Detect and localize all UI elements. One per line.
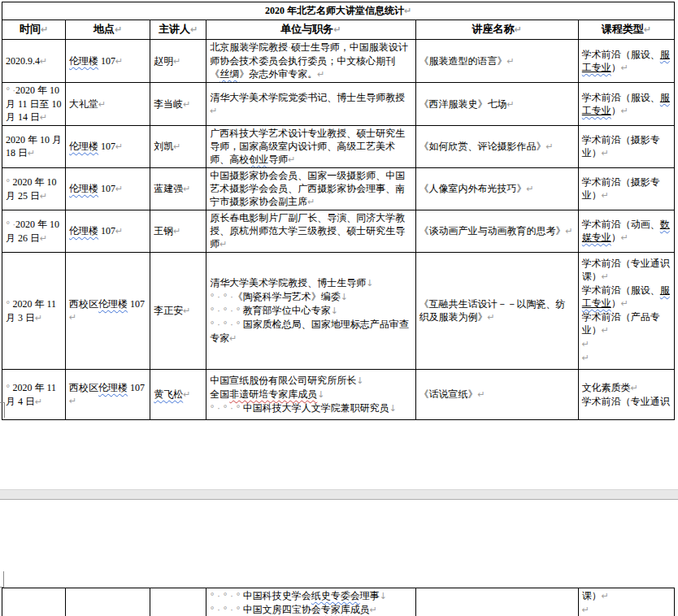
table-cell[interactable]: 清华大学美术学院党委书记、博士生导师教授↵ bbox=[206, 83, 415, 126]
table-cell[interactable]: 中国摄影家协会会员、国家一级摄影师、中国艺术摄影学会会员、广西摄影家协会理事、南… bbox=[206, 168, 415, 210]
table-cell[interactable]: ° 2020 年 11 月 3 日↵ bbox=[2, 253, 66, 370]
cell-text: 学术前沿（专业通识课） bbox=[582, 258, 670, 282]
table-cell[interactable] bbox=[415, 588, 578, 616]
table-cell[interactable]: 李正安↵ bbox=[150, 253, 206, 370]
table-cell[interactable]: 2020.9.4↵ bbox=[2, 40, 66, 83]
table-cell[interactable]: 北京服装学院教授·硕士生导师，中国服装设计师协会技术委员会执行委员；中文核心期刊… bbox=[206, 40, 415, 83]
format-mark: ↵ bbox=[527, 184, 534, 194]
format-mark: ↵ bbox=[566, 226, 573, 236]
table-cell[interactable]: 伦理楼 107↵ bbox=[66, 126, 150, 168]
cell-text: 2020.9.4 bbox=[6, 55, 40, 67]
document-title: 2020 年北艺名师大讲堂信息统计 bbox=[265, 5, 404, 16]
table-cell[interactable] bbox=[150, 588, 206, 616]
format-mark: ↵ bbox=[582, 605, 589, 615]
table-cell[interactable]: 《西洋服装史》七场↵ bbox=[415, 83, 578, 126]
cell-text: 讲座名称 bbox=[472, 23, 515, 35]
table-cell[interactable]: 大礼堂↵ bbox=[66, 83, 150, 126]
cell-text: 清华大学美术学院党委书记、博士生导师教授 bbox=[210, 92, 405, 103]
cell-text: 《话说宣纸》 bbox=[419, 388, 478, 400]
table-cell[interactable]: 伦理楼 107↵ bbox=[66, 210, 150, 253]
spellcheck-blue-text: 伦理楼 bbox=[69, 141, 98, 152]
table-cell[interactable]: 伦理楼 107↵ bbox=[66, 40, 150, 83]
format-mark: ° bbox=[6, 85, 11, 96]
table-cell[interactable]: 课程类型↵ bbox=[578, 20, 674, 40]
table-cell[interactable]: 清华大学美术学院教授、博士生导师↓° · ° ·《陶瓷科学与艺术》编委↓° · … bbox=[206, 253, 415, 370]
format-mark: ↵ bbox=[28, 148, 35, 158]
table-cell[interactable]: 《人像室内外布光技巧》↵ bbox=[415, 168, 578, 210]
table-cell[interactable]: 西校区伦理楼 107↵ bbox=[66, 253, 150, 370]
format-mark: ° · ° · ° bbox=[210, 306, 240, 316]
format-mark: ↓ bbox=[366, 278, 373, 288]
table-cell[interactable]: 《服装造型的语言》↵ bbox=[415, 40, 578, 83]
table-cell[interactable]: 《谈动画产业与动画教育的思考》↵ bbox=[415, 210, 578, 253]
table-cell[interactable]: 单位与职务↵ bbox=[206, 20, 415, 40]
table-cell[interactable]: ° 2020 年 11 月 4 日↵ bbox=[2, 370, 66, 420]
table-cell[interactable]: 西校区伦理楼 107↵ bbox=[66, 370, 150, 420]
table-cell[interactable]: 学术前沿（动画、数媒专业）↵ bbox=[578, 210, 674, 253]
format-mark: ↵ bbox=[69, 396, 76, 406]
cell-text: 成员 bbox=[350, 604, 370, 615]
table-cell[interactable] bbox=[2, 588, 66, 616]
format-mark: ↵ bbox=[507, 99, 515, 110]
table-cell[interactable]: 学术前沿（摄影专业）↵ bbox=[578, 168, 674, 210]
table-cell[interactable]: 时间↵ bbox=[2, 20, 66, 40]
table-cell[interactable]: 2020 年 10 月 18 日↵ bbox=[2, 126, 66, 168]
table-cell[interactable]: 中国宣纸股份有限公司研究所所长↓全国非遗研培专家库成员↓° · ° · ° 中国… bbox=[206, 370, 415, 420]
table-cell[interactable]: 蓝建强↵ bbox=[150, 168, 206, 210]
format-mark: ↵ bbox=[507, 56, 515, 67]
format-mark: ↓ bbox=[341, 292, 348, 302]
table-cell[interactable]: 学术前沿（专业通识课）↵学术前沿（服设、服工专业）↵学术前沿（产品专业）↵↵↵ bbox=[578, 253, 674, 370]
format-mark: ↵ bbox=[621, 106, 628, 116]
format-mark: ↵ bbox=[183, 389, 190, 400]
format-mark: ↵ bbox=[115, 226, 123, 236]
table-cell[interactable]: 学术前沿（摄影专业）↵ bbox=[578, 126, 674, 168]
table-cell[interactable]: 主讲人↵ bbox=[150, 20, 206, 40]
table-boundary-mark bbox=[0, 571, 4, 588]
table-cell[interactable]: 讲座名称↵ bbox=[415, 20, 578, 40]
table-cell[interactable]: 《如何欣赏、评论摄影作品》↵ bbox=[415, 126, 578, 168]
format-mark: ↵ bbox=[546, 141, 554, 152]
cell-text: 主讲人 bbox=[159, 23, 190, 35]
table-cell[interactable]: 学术前沿（服设、服工专业）↵ bbox=[578, 83, 674, 126]
format-mark: ↵ bbox=[602, 148, 609, 158]
table-cell[interactable]: 广西科技大学艺术设计专业教授、硕士研究生导师，国家高级室内设计师、高级工艺美术师… bbox=[206, 126, 415, 168]
table-cell[interactable]: 《互融共生话设计－－以陶瓷、纺织及服装为例》↵ bbox=[415, 253, 578, 370]
table-cell[interactable]: 李当岐↵ bbox=[150, 83, 206, 126]
table-cell[interactable]: ° 2020 年 10 月 25 日↵ bbox=[2, 168, 66, 210]
table-cell[interactable]: 《话说宣纸》↵ bbox=[415, 370, 578, 420]
table-cell[interactable]: 黄飞松↵ bbox=[150, 370, 206, 420]
table-cell[interactable]: ° ·2020 年 10 月 26 日↵ bbox=[2, 210, 66, 253]
format-mark: ↵ bbox=[183, 306, 190, 316]
table-title-cell[interactable]: 2020 年北艺名师大讲堂信息统计↵ bbox=[2, 2, 675, 20]
format-mark: ↵ bbox=[317, 69, 324, 80]
table-cell[interactable]: 王钢↵ bbox=[150, 210, 206, 253]
format-mark: ↓ bbox=[356, 375, 363, 386]
table-cell[interactable]: 学术前沿（服设、服工专业）↵ bbox=[578, 40, 674, 83]
table-boundary-mark bbox=[0, 402, 5, 418]
table-cell[interactable] bbox=[66, 588, 150, 616]
cell-text: 赵明 bbox=[154, 55, 173, 67]
table-cell[interactable]: 地点↵ bbox=[66, 20, 150, 40]
cell-text: 2020 年 11 月 3 日 bbox=[6, 298, 56, 323]
table-row: ° 2020 年 11 月 4 日↵西校区伦理楼 107↵黄飞松↵中国宣纸股份有… bbox=[2, 370, 675, 420]
table-cell[interactable]: 原长春电影制片厂副厂长、导演、同济大学教授、原杭州师范大学三级教授、硕士研究生导… bbox=[206, 210, 415, 253]
table-cell[interactable]: 刘凯↵ bbox=[150, 126, 206, 168]
cell-text: 中国文房四宝协会 bbox=[241, 604, 321, 615]
cell-text: 》杂志外审专家。 bbox=[239, 68, 317, 80]
cell-text: 国家质检总局、国家地理标志产品审查专家 bbox=[210, 319, 408, 344]
format-mark: ↵ bbox=[582, 353, 589, 363]
spellcheck-blue-text: 创业 bbox=[249, 154, 268, 165]
format-mark: ↓ bbox=[331, 306, 338, 316]
table-row: 2020 年 10 月 18 日↵伦理楼 107↵刘凯↵广西科技大学艺术设计专业… bbox=[2, 126, 675, 168]
table-cell[interactable]: 伦理楼 107↵ bbox=[66, 168, 150, 210]
table-cell[interactable]: 课）↵↵ bbox=[578, 588, 674, 616]
cell-text: 全国 bbox=[210, 388, 229, 400]
table-cell[interactable]: ° ·2020 年 10 月 11 日至 10 月 14 日↵ bbox=[2, 83, 66, 126]
cell-text: 教育部学位中心专家 bbox=[241, 305, 331, 316]
format-mark: ↵ bbox=[621, 298, 628, 309]
table-cell[interactable]: 文化素质类↵学术前沿（专业通识 bbox=[578, 370, 674, 420]
table-cell[interactable]: ° · ° · ° 中国科技史学会纸史专委会理事↓° · ° · ° 中国文房四… bbox=[206, 588, 415, 616]
spellcheck-blue-text: 伦理楼 bbox=[69, 225, 98, 236]
table-cell[interactable]: 赵明↵ bbox=[150, 40, 206, 83]
cell-text: 107 bbox=[98, 141, 115, 152]
